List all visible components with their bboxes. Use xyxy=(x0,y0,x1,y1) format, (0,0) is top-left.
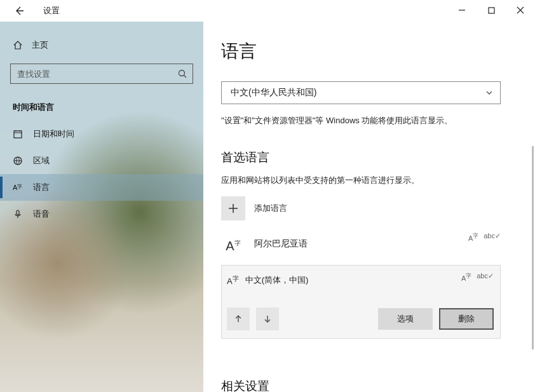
language-name: 中文(简体，中国) xyxy=(245,274,309,286)
sidebar-home-label: 主页 xyxy=(32,39,48,51)
search-box[interactable] xyxy=(10,64,193,84)
calendar-icon xyxy=(13,129,23,139)
sidebar-item-label: 语言 xyxy=(33,182,50,193)
arrow-up-icon xyxy=(234,314,243,323)
language-features: A字 abc✓ xyxy=(461,272,494,282)
display-language-hint: "设置"和"文件资源管理器"等 Windows 功能将使用此语言显示。 xyxy=(221,114,501,128)
add-language-row[interactable]: 添加语言 xyxy=(221,196,535,220)
text-to-speech-icon: A字 xyxy=(468,232,478,242)
main-pane: 语言 中文(中华人民共和国) "设置"和"文件资源管理器"等 Windows 功… xyxy=(203,22,535,392)
svg-text:字: 字 xyxy=(17,184,22,189)
spellcheck-icon: abc✓ xyxy=(477,272,494,282)
scrollbar[interactable] xyxy=(532,146,534,349)
close-button[interactable] xyxy=(506,0,535,20)
sidebar-item-label: 区域 xyxy=(33,155,50,166)
language-glyph-icon: A字 xyxy=(221,232,245,256)
close-icon xyxy=(517,6,524,14)
language-glyph-icon: A字 xyxy=(227,274,239,286)
display-language-value: 中文(中华人民共和国) xyxy=(231,87,316,98)
page-title: 语言 xyxy=(221,39,535,64)
search-icon xyxy=(177,69,187,79)
sidebar-item-label: 语音 xyxy=(33,208,50,220)
spellcheck-icon: abc✓ xyxy=(484,232,501,242)
options-button[interactable]: 选项 xyxy=(378,308,433,330)
language-features: A字 abc✓ xyxy=(468,232,501,242)
svg-rect-2 xyxy=(14,131,22,138)
plus-icon xyxy=(227,203,239,214)
app-title: 设置 xyxy=(43,5,60,17)
back-button[interactable] xyxy=(9,1,29,21)
related-settings-heading: 相关设置 xyxy=(221,378,535,392)
remove-button[interactable]: 删除 xyxy=(439,308,494,330)
arrow-down-icon xyxy=(263,314,272,323)
sidebar-section-title: 时间和语言 xyxy=(13,102,191,113)
move-down-button[interactable] xyxy=(256,308,279,330)
microphone-icon xyxy=(13,209,23,219)
minimize-button[interactable] xyxy=(447,0,477,20)
maximize-icon xyxy=(488,7,495,14)
search-input[interactable] xyxy=(17,69,177,79)
language-icon: A字 xyxy=(13,182,23,193)
sidebar-item-speech[interactable]: 语音 xyxy=(0,201,203,227)
language-item-selected[interactable]: A字 中文(简体，中国) A字 abc✓ 选项 删除 xyxy=(221,265,501,339)
globe-icon xyxy=(13,156,23,166)
display-language-select[interactable]: 中文(中华人民共和国) xyxy=(221,81,501,104)
svg-point-1 xyxy=(179,71,185,76)
add-language-button[interactable] xyxy=(221,196,245,220)
text-to-speech-icon: A字 xyxy=(461,272,471,282)
add-language-label: 添加语言 xyxy=(254,203,287,214)
minimize-icon xyxy=(458,6,466,14)
sidebar-home[interactable]: 主页 xyxy=(0,33,203,57)
sidebar: 主页 时间和语言 日期和时间 区域 xyxy=(0,22,203,392)
home-icon xyxy=(13,40,23,50)
svg-rect-0 xyxy=(489,8,494,13)
sidebar-item-region[interactable]: 区域 xyxy=(0,147,203,174)
sidebar-item-label: 日期和时间 xyxy=(33,128,74,140)
chevron-down-icon xyxy=(485,88,494,97)
move-up-button[interactable] xyxy=(227,308,250,330)
sidebar-item-language[interactable]: A字 语言 xyxy=(0,174,203,201)
back-arrow-icon xyxy=(14,6,24,16)
preferred-languages-heading: 首选语言 xyxy=(221,149,535,166)
sidebar-item-datetime[interactable]: 日期和时间 xyxy=(0,121,203,147)
language-name: 阿尔巴尼亚语 xyxy=(254,238,308,250)
language-item[interactable]: A字 阿尔巴尼亚语 A字 abc✓ xyxy=(221,232,501,256)
maximize-button[interactable] xyxy=(477,0,506,20)
preferred-languages-hint: 应用和网站将以列表中受支持的第一种语言进行显示。 xyxy=(221,175,535,186)
svg-rect-6 xyxy=(17,210,19,215)
